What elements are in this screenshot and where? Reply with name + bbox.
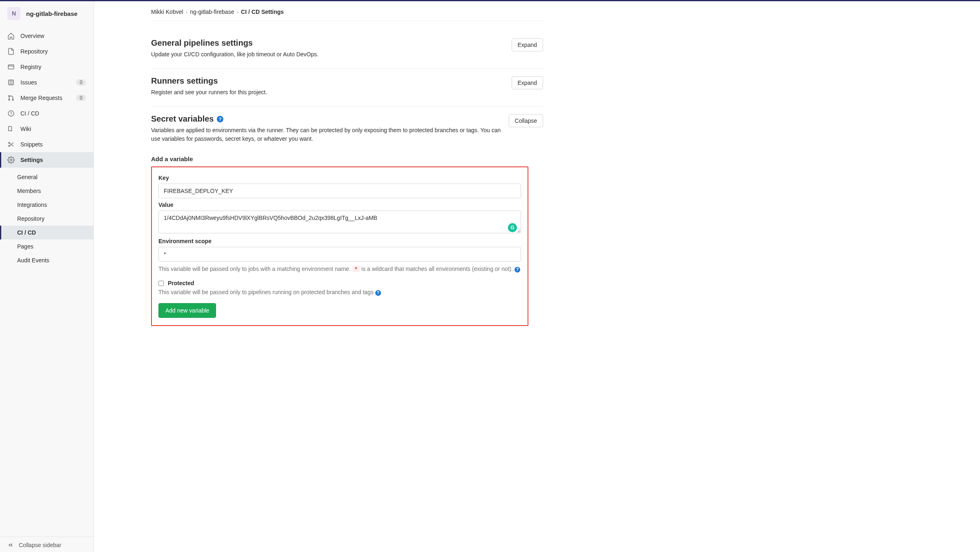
chevron-right-icon: › <box>236 9 238 15</box>
subnav-general[interactable]: General <box>0 170 94 184</box>
sidebar-item-label: CI / CD <box>20 110 86 117</box>
subnav-cicd[interactable]: CI / CD <box>0 226 94 239</box>
breadcrumb: Mikki Kobvel › ng-gitlab-firebase › CI /… <box>151 1 543 21</box>
value-textarea[interactable] <box>158 211 521 233</box>
breadcrumb-owner[interactable]: Mikki Kobvel <box>151 9 183 15</box>
expand-runners-button[interactable]: Expand <box>512 76 543 89</box>
scope-hint-post: is a wildcard that matches all environme… <box>361 266 514 272</box>
section-desc: Variables are applied to environments vi… <box>151 126 506 143</box>
svg-point-7 <box>9 145 10 146</box>
subnav-repository[interactable]: Repository <box>0 212 94 226</box>
chevron-right-icon: › <box>186 9 188 15</box>
protected-checkbox[interactable] <box>158 281 164 286</box>
subnav-integrations[interactable]: Integrations <box>0 198 94 212</box>
expand-general-button[interactable]: Expand <box>512 38 543 51</box>
sidebar-header: N ng-gitlab-firebase <box>0 1 94 26</box>
key-label: Key <box>158 175 521 181</box>
collapse-sidebar-label: Collapse sidebar <box>19 542 61 548</box>
svg-point-4 <box>12 99 13 100</box>
section-general-pipelines: General pipelines settings Update your C… <box>151 31 543 69</box>
section-desc: Update your CI/CD configuration, like jo… <box>151 50 506 59</box>
sidebar-item-label: Snippets <box>20 141 86 148</box>
section-desc: Register and see your runners for this p… <box>151 88 506 97</box>
subnav-audit-events[interactable]: Audit Events <box>0 253 94 267</box>
help-icon[interactable]: ? <box>514 267 520 273</box>
section-title-text: Secret variables <box>151 114 214 124</box>
key-input[interactable] <box>158 184 521 198</box>
settings-subnav: General Members Integrations Repository … <box>0 170 94 267</box>
sidebar-item-label: Registry <box>20 64 86 70</box>
svg-point-2 <box>9 95 10 97</box>
section-runners: Runners settings Register and see your r… <box>151 69 543 107</box>
add-new-variable-button[interactable]: Add new variable <box>158 303 216 318</box>
cicd-icon <box>7 110 15 117</box>
breadcrumb-project[interactable]: ng-gitlab-firebase <box>190 9 234 15</box>
protected-hint: This variable will be passed only to pip… <box>158 288 521 297</box>
scope-input[interactable] <box>158 247 521 262</box>
add-variable-form: Key Value G Environment scope <box>151 166 528 326</box>
home-icon <box>7 32 15 40</box>
scope-hint-pre: This variable will be passed only to job… <box>158 266 352 272</box>
sidebar-item-label: Merge Requests <box>20 95 70 101</box>
sidebar-item-wiki[interactable]: Wiki <box>0 121 94 137</box>
svg-point-6 <box>9 142 10 144</box>
svg-point-8 <box>10 159 12 161</box>
svg-rect-0 <box>8 65 14 69</box>
collapse-secret-button[interactable]: Collapse <box>509 114 543 127</box>
sidebar-nav: Overview Repository Registry Issues 0 Me… <box>0 26 94 170</box>
wildcard-token: * <box>352 266 360 272</box>
svg-point-3 <box>9 99 10 100</box>
help-icon[interactable]: ? <box>375 290 381 296</box>
mr-count-badge: 0 <box>76 95 86 101</box>
value-label: Value <box>158 202 521 208</box>
scissors-icon <box>7 141 15 148</box>
breadcrumb-current: CI / CD Settings <box>241 9 284 15</box>
project-title[interactable]: ng-gitlab-firebase <box>26 10 78 17</box>
book-icon <box>7 125 15 133</box>
protected-label: Protected <box>168 280 194 286</box>
sidebar-item-cicd[interactable]: CI / CD <box>0 106 94 121</box>
main-content: Mikki Kobvel › ng-gitlab-firebase › CI /… <box>94 1 980 552</box>
gear-icon <box>7 156 15 164</box>
sidebar-item-repository[interactable]: Repository <box>0 44 94 59</box>
registry-icon <box>7 63 15 71</box>
add-variable-heading: Add a variable <box>151 155 543 162</box>
collapse-sidebar-button[interactable]: Collapse sidebar <box>0 536 94 552</box>
section-title: General pipelines settings <box>151 38 512 48</box>
subnav-pages[interactable]: Pages <box>0 239 94 253</box>
chevrons-left-icon <box>7 542 14 548</box>
sidebar-item-label: Settings <box>20 157 86 163</box>
protected-hint-text: This variable will be passed only to pip… <box>158 289 375 295</box>
section-secret-variables: Secret variables ? Variables are applied… <box>151 107 543 336</box>
subnav-members[interactable]: Members <box>0 184 94 198</box>
sidebar-item-label: Repository <box>20 48 86 55</box>
sidebar-item-overview[interactable]: Overview <box>0 28 94 44</box>
issues-count-badge: 0 <box>76 79 86 86</box>
sidebar-item-merge-requests[interactable]: Merge Requests 0 <box>0 90 94 106</box>
sidebar-item-registry[interactable]: Registry <box>0 59 94 75</box>
help-icon[interactable]: ? <box>217 116 223 122</box>
sidebar-item-label: Issues <box>20 79 70 86</box>
issues-icon <box>7 79 15 86</box>
grammarly-icon[interactable]: G <box>508 223 517 232</box>
sidebar-item-label: Wiki <box>20 126 86 132</box>
scope-label: Environment scope <box>158 238 521 244</box>
sidebar-item-issues[interactable]: Issues 0 <box>0 75 94 90</box>
svg-rect-1 <box>9 80 13 85</box>
scope-hint: This variable will be passed only to job… <box>158 265 521 273</box>
file-icon <box>7 48 15 55</box>
section-title: Secret variables ? <box>151 114 509 124</box>
sidebar-item-label: Overview <box>20 33 86 39</box>
merge-icon <box>7 94 15 102</box>
sidebar: N ng-gitlab-firebase Overview Repository… <box>0 1 94 552</box>
project-avatar: N <box>7 7 20 20</box>
sidebar-item-snippets[interactable]: Snippets <box>0 137 94 152</box>
sidebar-item-settings[interactable]: Settings <box>0 152 94 168</box>
section-title: Runners settings <box>151 76 512 86</box>
